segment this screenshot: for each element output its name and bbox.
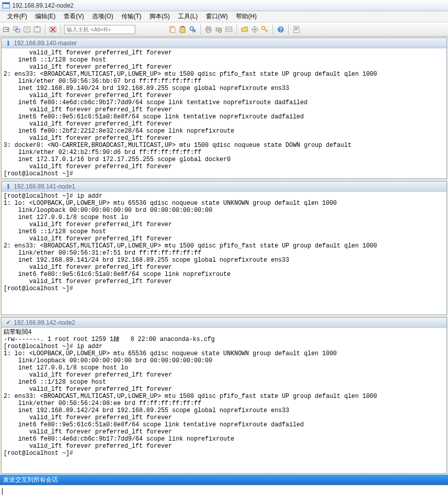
window-title: 192.168.89.142-node2 <box>12 2 74 9</box>
info-icon <box>5 183 12 190</box>
menu-window[interactable]: 窗口(W) <box>202 11 232 22</box>
menu-transfer[interactable]: 传输(T) <box>117 11 145 22</box>
paste-icon[interactable] <box>178 25 187 34</box>
reconnect-icon[interactable] <box>22 25 32 34</box>
copy-icon[interactable] <box>168 25 177 34</box>
app-icon <box>2 2 10 10</box>
pane-node2[interactable]: 192.168.89.142-node2 鎬荤敤閲4 -rw-------. 1… <box>1 317 447 474</box>
script-icon[interactable] <box>292 25 301 34</box>
title-bar: 192.168.89.142-node2 <box>0 0 448 11</box>
svg-rect-4 <box>16 29 20 32</box>
svg-rect-1 <box>3 3 10 4</box>
broadcast-bar[interactable]: 发送交互到所有会话 <box>0 475 448 485</box>
toolbar-separator <box>61 24 61 35</box>
toolbar: ? <box>0 22 448 37</box>
toolbar-separator <box>273 24 273 35</box>
pane-header-master[interactable]: 192.168.89.140-master <box>2 38 446 48</box>
pane-header-node1[interactable]: 192.168.89.141-node1 <box>2 181 446 192</box>
svg-rect-20 <box>226 28 231 30</box>
check-icon <box>5 319 12 326</box>
pane-title: 192.168.89.140-master <box>14 40 77 47</box>
menu-view[interactable]: 查看(V) <box>59 11 88 22</box>
disconnect-icon[interactable] <box>33 25 42 34</box>
quick-connect-icon[interactable] <box>12 25 21 34</box>
pane-master[interactable]: 192.168.89.140-master valid_lft forever … <box>1 38 447 179</box>
terminal-output-master[interactable]: valid_lft forever preferred_lft forever … <box>2 48 446 178</box>
menu-help[interactable]: 帮助(H) <box>232 11 261 22</box>
menu-script[interactable]: 脚本(S) <box>145 11 174 22</box>
settings-icon[interactable] <box>250 25 259 34</box>
svg-point-22 <box>254 28 256 30</box>
host-input[interactable] <box>64 25 135 34</box>
toolbar-separator <box>45 24 45 35</box>
pane-header-node2[interactable]: 192.168.89.142-node2 <box>2 318 446 328</box>
toolbar-separator <box>200 24 201 35</box>
toolbar-separator <box>288 24 289 35</box>
terminal-output-node1[interactable]: [root@localhost ~]# ip addr 1: lo: <LOOP… <box>2 192 446 315</box>
svg-rect-11 <box>181 26 184 27</box>
pane-title: 192.168.89.141-node1 <box>14 183 75 190</box>
svg-rect-10 <box>180 27 185 33</box>
connect-icon[interactable] <box>2 25 11 34</box>
text-cursor <box>2 488 3 495</box>
menu-bar: 文件(F) 编辑(E) 查看(V) 选项(O) 传输(T) 脚本(S) 工具(L… <box>0 11 448 22</box>
menu-file[interactable]: 文件(F) <box>3 11 31 22</box>
key-icon[interactable] <box>260 25 270 34</box>
toolbar-separator <box>236 24 237 35</box>
folder-icon[interactable] <box>240 25 249 34</box>
session-panes: 192.168.89.140-master valid_lft forever … <box>0 37 448 475</box>
print-screen-icon[interactable] <box>224 25 233 34</box>
find-icon[interactable] <box>188 25 197 34</box>
svg-text:?: ? <box>279 27 282 33</box>
svg-rect-5 <box>24 27 30 32</box>
svg-point-18 <box>219 29 222 33</box>
menu-options[interactable]: 选项(O) <box>88 11 117 22</box>
broadcast-label: 发送交互到所有会话 <box>3 476 58 484</box>
svg-point-12 <box>190 26 194 30</box>
print-icon[interactable] <box>204 25 213 34</box>
pane-title: 192.168.89.142-node2 <box>14 319 75 326</box>
svg-rect-16 <box>207 30 210 33</box>
pane-node1[interactable]: 192.168.89.141-node1 [root@localhost ~]#… <box>1 181 447 315</box>
help-icon[interactable]: ? <box>276 25 285 34</box>
cancel-icon[interactable] <box>48 25 57 34</box>
print-setup-icon[interactable] <box>214 25 223 34</box>
terminal-empty-area[interactable] <box>2 458 446 473</box>
svg-rect-3 <box>13 27 17 30</box>
info-icon <box>5 40 12 47</box>
menu-tools[interactable]: 工具(L) <box>174 11 202 22</box>
svg-rect-26 <box>294 26 299 33</box>
menu-edit[interactable]: 编辑(E) <box>31 11 59 22</box>
command-input-area[interactable] <box>0 485 448 499</box>
svg-rect-15 <box>207 26 210 28</box>
svg-rect-9 <box>171 27 175 33</box>
terminal-output-node2[interactable]: 鎬荤敤閲4 -rw-------. 1 root root 1259 1鏈 8 … <box>2 328 446 458</box>
